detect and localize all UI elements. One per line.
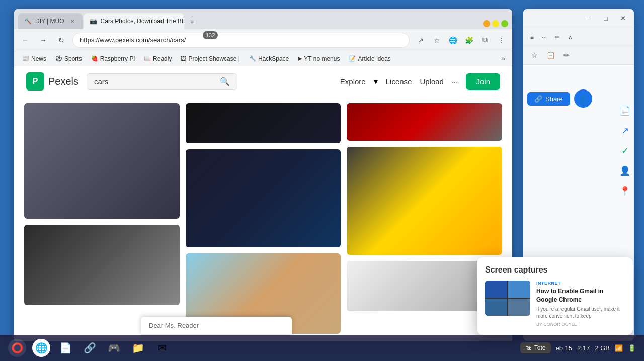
bookmark-readly[interactable]: 📖 Readly [140,54,176,63]
side-check-icon[interactable]: ✓ [618,144,632,158]
capture-thumbnail[interactable] [485,281,530,316]
article-icon: 📝 [349,55,356,62]
side-align-button[interactable]: ≡ [527,32,537,42]
bookmark-project-label: Project Showcase | [188,55,240,62]
bookmark-news[interactable]: 📰 News [18,54,50,63]
bookmark-star-icon[interactable]: ☆ [430,33,444,47]
photo-yellow-car[interactable] [347,147,502,255]
minimize-button[interactable] [483,20,490,27]
side-minimize-button[interactable]: – [582,12,596,26]
bookmark-article[interactable]: 📝 Article ideas [345,54,394,63]
bookmark-raspberry[interactable]: 🍓 Raspberry Pi [87,54,139,63]
pexels-logo[interactable]: P Pexels [26,72,78,91]
explore-link[interactable]: Explore [340,77,366,86]
bookmark-yt[interactable]: ▶ YT no menus [294,54,344,63]
taskbar-gmail-icon[interactable]: ✉ [153,339,171,357]
taskbar-storage: 2 GB [595,344,610,352]
side-clipboard-icon[interactable]: 📋 [543,48,557,62]
article-description: If you're a regular Gmail user, make it … [536,306,625,320]
article-tag: INTERNET [536,281,625,286]
more-link[interactable]: ··· [452,77,458,86]
search-bar[interactable]: 🔍 [87,73,237,90]
photo-blue-car-top[interactable] [186,103,341,143]
upload-link[interactable]: Upload [420,77,444,86]
side-map-icon[interactable]: 📍 [618,184,632,198]
project-icon: 🖼 [181,56,186,62]
taskbar-play-icon[interactable]: 🎮 [105,339,123,357]
taskbar-meet-icon[interactable]: 🔗 [80,339,99,357]
tab-bar: 🔨 DIY | MUO ✕ 📷 Cars Photos, Download Th… [14,9,512,29]
side-share-icon[interactable]: ↗ [618,124,632,138]
thumb-cell-2 [508,281,530,298]
photo-grid [14,97,512,341]
maximize-button[interactable] [492,20,499,27]
sidebar-icon[interactable]: ⧉ [478,33,492,47]
share-icon: 🔗 [534,95,542,103]
side-edit-button[interactable]: ✏ [552,32,563,42]
user-avatar[interactable]: 👤 [574,89,592,108]
url-bar[interactable]: https://www.pexels.com/search/cars/ [72,33,410,48]
side-close-button[interactable]: ✕ [616,12,630,26]
sports-icon: ⚽ [55,55,62,62]
taskbar-battery-icon: 🔋 [628,344,636,352]
taskbar-chrome-icon[interactable]: 🌐 [32,339,50,357]
extension-icon[interactable]: 🧩 [462,33,476,47]
tote-label: Tote [534,344,546,351]
article-title: How to Enable Gmail in Google Chrome [536,287,625,304]
capture-content: INTERNET How to Enable Gmail in Google C… [485,281,625,327]
side-maximize-button[interactable]: □ [599,12,613,26]
tab1-favicon: 🔨 [24,18,31,25]
thumb-cell-4 [508,299,530,316]
email-popup[interactable]: Dear Ms. Reader [141,317,292,335]
join-button[interactable]: Join [466,73,500,90]
side-person-icon[interactable]: 👤 [618,164,632,178]
reload-button[interactable]: ↻ [54,33,68,47]
toolbar-icons: ↗ ☆ 🌐 🧩 ⧉ ⋮ [414,33,508,47]
bookmarks-bar: 📰 News ⚽ Sports 🍓 Raspberry Pi 📖 Readly … [14,51,512,66]
taskbar-docs-icon[interactable]: 📄 [56,339,74,357]
close-button[interactable] [501,20,508,27]
search-input[interactable] [94,77,216,86]
hackspace-icon: 🔧 [249,55,256,62]
bookmark-sports[interactable]: ⚽ Sports [51,54,86,63]
taskbar-circle-icon[interactable]: ⭕ [8,339,26,357]
new-tab-button[interactable]: + [185,15,199,29]
taskbar-right: 🛍 Tote eb 15 2:17 2 GB 📶 🔋 [520,342,636,353]
search-icon[interactable]: 🔍 [220,77,230,86]
tote-icon: 🛍 [525,344,531,351]
bookmarks-more[interactable]: » [499,54,508,63]
thumb-cell-3 [485,299,507,316]
tab2-title: Cars Photos, Download The BE [101,18,184,25]
tab-1[interactable]: 🔨 DIY | MUO ✕ [18,13,83,29]
bookmark-news-label: News [31,55,46,62]
photo-black-car[interactable] [24,225,180,305]
screen-captures-popup: Screen captures INTERNET How to Enable G… [477,257,633,335]
forward-button[interactable]: → [36,33,50,47]
share-button[interactable]: 🔗 Share [527,92,570,106]
side-edit-icon[interactable]: ✏ [559,48,574,62]
capture-article: INTERNET How to Enable Gmail in Google C… [536,281,625,327]
tab1-close[interactable]: ✕ [68,17,76,25]
side-docs-icon[interactable]: 📄 [618,104,632,118]
photo-highway[interactable] [186,149,341,247]
bookmark-project-showcase[interactable]: 🖼 Project Showcase | [177,54,244,63]
share-icon[interactable]: ↗ [414,33,428,47]
photo-red-car[interactable] [347,103,502,141]
side-more-button[interactable]: ··· [539,32,550,42]
taskbar-files-icon[interactable]: 📁 [129,339,147,357]
yt-icon: ▶ [298,55,302,62]
side-collapse-button[interactable]: ∧ [565,32,576,42]
license-link[interactable]: License [386,77,412,86]
bookmark-hackspace[interactable]: 🔧 HackSpace [245,54,293,63]
photo-phone[interactable] [24,103,180,219]
window-controls [483,20,508,29]
menu-icon[interactable]: ⋮ [494,33,508,47]
side-bookmarks-toolbar: ☆ 📋 ✏ [523,46,634,65]
tab-2[interactable]: 📷 Cars Photos, Download The BE ✕ [84,13,184,29]
url-text: https://www.pexels.com/search/cars/ [80,36,402,44]
translate-icon[interactable]: 🌐 [446,33,460,47]
side-bookmark-star[interactable]: ☆ [527,48,541,62]
back-button[interactable]: ← [18,33,32,47]
side-panel-toolbar: ≡ ··· ✏ ∧ [523,28,634,46]
tote-button[interactable]: 🛍 Tote [520,342,551,353]
